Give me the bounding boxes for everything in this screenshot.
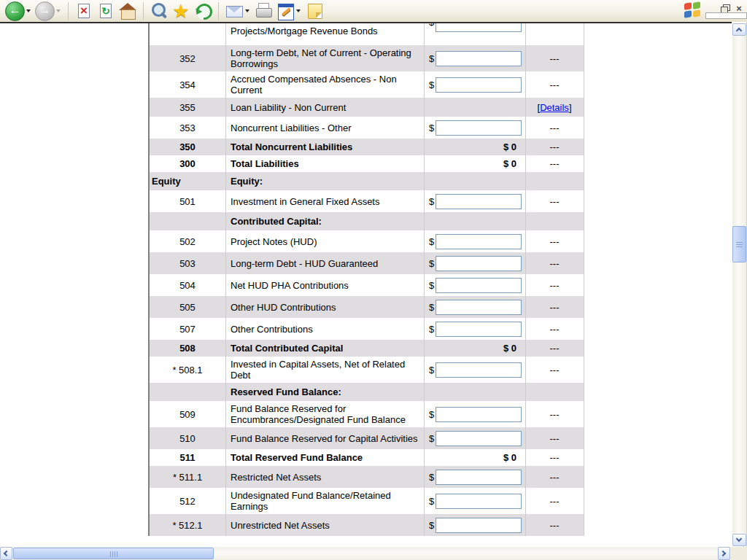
amount-cell: $ (425, 318, 526, 340)
amount-input[interactable] (436, 77, 522, 93)
amount-input[interactable] (436, 300, 522, 315)
line-item-number: 352 (150, 45, 226, 71)
amount-cell: $ (425, 466, 526, 488)
audit-flag-cell (526, 212, 583, 230)
audit-flag-cell: --- (526, 230, 583, 252)
home-button[interactable] (117, 1, 139, 21)
dollar-sign: $ (429, 23, 434, 28)
amount-input[interactable] (436, 362, 522, 378)
horizontal-scrollbar[interactable] (0, 547, 731, 560)
forward-dropdown[interactable] (56, 9, 61, 15)
amount-cell: $ (425, 274, 526, 296)
minimize-button[interactable] (707, 4, 716, 12)
stop-icon (74, 1, 93, 20)
line-item-description: Undesignated Fund Balance/Retained Earni… (226, 488, 425, 514)
vertical-scrollbar-thumb[interactable] (732, 226, 746, 262)
amount-input[interactable] (436, 431, 522, 446)
scroll-right-button[interactable] (718, 547, 730, 560)
audit-flag-cell: --- (526, 155, 583, 172)
table-row: Reserved Fund Balance: (150, 383, 584, 401)
table-row: 508Total Contributed Capital$ 0--- (150, 340, 584, 357)
chevron-left-icon (4, 551, 9, 556)
amount-input[interactable] (436, 407, 522, 422)
line-item-number: 505 (150, 296, 226, 318)
line-item-description: Other Contributions (226, 318, 425, 340)
amount-input[interactable] (436, 120, 522, 136)
audit-flag-cell: --- (526, 466, 583, 488)
stop-button[interactable] (73, 1, 95, 21)
table-row: EquityEquity: (150, 172, 584, 190)
dollar-sign: $ (429, 496, 434, 507)
dollar-sign: $ (429, 302, 434, 313)
page-content: Projects/Mortgage Revenue Bonds$352Long-… (0, 23, 732, 547)
window-controls: × (707, 4, 743, 12)
audit-flag-cell: --- (526, 357, 583, 383)
table-row: 512Undesignated Fund Balance/Retained Ea… (150, 488, 584, 514)
back-dropdown[interactable] (26, 9, 31, 15)
line-item-description: Fund Balance Reserved for Encumbrances/D… (226, 401, 425, 427)
history-button[interactable] (192, 1, 214, 21)
favorites-button[interactable] (170, 1, 192, 21)
line-item-number: 350 (150, 139, 226, 155)
line-item-number: 510 (150, 427, 226, 449)
amount-cell: $ (425, 190, 526, 212)
table-row: Projects/Mortgage Revenue Bonds$ (150, 23, 584, 45)
amount-input[interactable] (436, 494, 522, 509)
amount-input[interactable] (436, 322, 522, 337)
mail-dropdown[interactable] (245, 9, 249, 15)
restore-button[interactable] (721, 4, 729, 12)
amount-input[interactable] (436, 518, 522, 533)
total-amount: $ 0 (503, 343, 516, 354)
dollar-sign: $ (429, 280, 434, 291)
amount-input[interactable] (436, 470, 522, 485)
amount-cell: $ (425, 45, 526, 71)
amount-input[interactable] (436, 194, 522, 209)
amount-cell: $ (425, 401, 526, 427)
amount-input[interactable] (436, 234, 522, 249)
amount-input[interactable] (436, 256, 522, 271)
edit-button[interactable] (274, 1, 303, 21)
mail-button[interactable] (223, 1, 252, 21)
dollar-sign: $ (429, 258, 434, 269)
audit-flag-cell: --- (526, 71, 583, 98)
line-item-number: 509 (150, 401, 226, 427)
browser-toolbar (0, 0, 747, 22)
close-button[interactable]: × (735, 4, 743, 12)
back-button[interactable] (4, 1, 34, 21)
table-row: 509Fund Balance Reserved for Encumbrance… (150, 401, 584, 427)
line-item-number: 512 (150, 488, 226, 514)
edit-dropdown[interactable] (296, 9, 301, 15)
line-item-number: 511 (150, 449, 226, 466)
dollar-sign: $ (429, 433, 434, 444)
details-link[interactable]: Details (540, 102, 569, 113)
discuss-button[interactable] (303, 1, 325, 21)
line-item-description: Loan Liability - Non Current (226, 98, 425, 117)
table-row: 355Loan Liability - Non Current[Details] (150, 98, 584, 117)
refresh-icon (96, 1, 115, 20)
amount-cell (425, 383, 526, 401)
audit-flag-cell: --- (526, 139, 583, 155)
amount-input[interactable] (436, 51, 522, 66)
line-item-description: Contributed Capital: (226, 212, 425, 230)
refresh-button[interactable] (95, 1, 117, 21)
vertical-scrollbar[interactable] (732, 23, 746, 546)
line-item-description: Accrued Compensated Absences - Non Curre… (226, 71, 425, 98)
total-amount: $ 0 (503, 158, 516, 169)
print-button[interactable] (252, 1, 274, 21)
total-amount: $ 0 (503, 452, 516, 463)
amount-input[interactable] (436, 23, 522, 32)
scroll-down-button[interactable] (732, 534, 746, 546)
search-button[interactable] (148, 1, 170, 21)
fds-table-body: Projects/Mortgage Revenue Bonds$352Long-… (150, 23, 584, 536)
mail-icon (225, 1, 244, 20)
amount-input[interactable] (436, 278, 522, 293)
audit-flag-cell (526, 383, 583, 401)
amount-cell: $ (425, 357, 526, 383)
horizontal-scrollbar-thumb[interactable] (13, 548, 214, 559)
scroll-up-button[interactable] (732, 23, 746, 36)
amount-cell: $ (425, 71, 526, 98)
search-icon (150, 1, 169, 20)
forward-button[interactable] (34, 1, 63, 21)
audit-flag-cell: --- (526, 117, 583, 139)
scroll-left-button[interactable] (0, 547, 12, 560)
